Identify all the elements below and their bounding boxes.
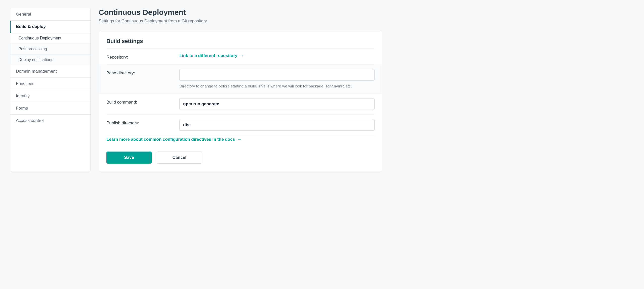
sidebar-item-build-deploy[interactable]: Build & deploy xyxy=(10,21,90,33)
sidebar-item-access-control[interactable]: Access control xyxy=(10,115,90,127)
label-build-command: Build command: xyxy=(106,98,179,105)
page-subtitle: Settings for Continuous Deployment from … xyxy=(99,19,382,24)
button-row: Save Cancel xyxy=(106,150,375,164)
sidebar-item-label: General xyxy=(16,12,31,17)
save-button[interactable]: Save xyxy=(106,152,152,164)
sidebar-item-label: Domain management xyxy=(16,69,57,74)
sidebar-item-functions[interactable]: Functions xyxy=(10,78,90,90)
input-build-command[interactable] xyxy=(179,98,375,110)
settings-sidebar: General Build & deploy Continuous Deploy… xyxy=(10,8,91,171)
sidebar-item-identity[interactable]: Identity xyxy=(10,90,90,102)
input-publish-directory[interactable] xyxy=(179,119,375,131)
label-repository: Repository: xyxy=(106,53,179,60)
main-content: Continuous Deployment Settings for Conti… xyxy=(99,8,382,171)
row-build-command: Build command: xyxy=(106,94,375,115)
sidebar-item-label: Identity xyxy=(16,93,30,98)
row-docs-link: Learn more about common configuration di… xyxy=(106,135,375,150)
sidebar-subitem-deploy-notifications[interactable]: Deploy notifications xyxy=(10,55,90,65)
sidebar-item-forms[interactable]: Forms xyxy=(10,102,90,115)
sidebar-item-label: Access control xyxy=(16,118,44,123)
link-different-repository[interactable]: Link to a different repository → xyxy=(179,53,244,58)
card-title: Build settings xyxy=(106,38,375,49)
sidebar-subitem-continuous-deployment[interactable]: Continuous Deployment xyxy=(10,33,90,44)
sidebar-item-domain-management[interactable]: Domain management xyxy=(10,65,90,78)
link-docs[interactable]: Learn more about common configuration di… xyxy=(106,137,242,142)
arrow-right-icon: → xyxy=(237,137,242,142)
label-base-directory: Base directory: xyxy=(106,69,179,76)
label-publish-directory: Publish directory: xyxy=(106,119,179,126)
sidebar-subitem-label: Post processing xyxy=(18,47,47,51)
page-title: Continuous Deployment xyxy=(99,8,382,17)
sidebar-subitem-label: Continuous Deployment xyxy=(18,36,61,40)
link-text: Learn more about common configuration di… xyxy=(106,137,235,142)
sidebar-subitem-label: Deploy notifications xyxy=(18,58,53,62)
sidebar-item-label: Forms xyxy=(16,106,28,111)
sidebar-subitem-post-processing[interactable]: Post processing xyxy=(10,44,90,55)
build-settings-card: Build settings Repository: Link to a dif… xyxy=(99,31,382,171)
arrow-right-icon: → xyxy=(239,54,244,58)
help-base-directory: Directory to change to before starting a… xyxy=(179,83,375,89)
input-base-directory[interactable] xyxy=(179,69,375,81)
cancel-button[interactable]: Cancel xyxy=(157,152,202,164)
sidebar-item-general[interactable]: General xyxy=(10,8,90,21)
row-base-directory: Base directory: Directory to change to b… xyxy=(99,65,382,94)
row-publish-directory: Publish directory: xyxy=(106,115,375,135)
link-text: Link to a different repository xyxy=(179,53,237,58)
row-repository: Repository: Link to a different reposito… xyxy=(106,49,375,65)
sidebar-item-label: Functions xyxy=(16,81,34,86)
sidebar-item-label: Build & deploy xyxy=(16,24,46,29)
